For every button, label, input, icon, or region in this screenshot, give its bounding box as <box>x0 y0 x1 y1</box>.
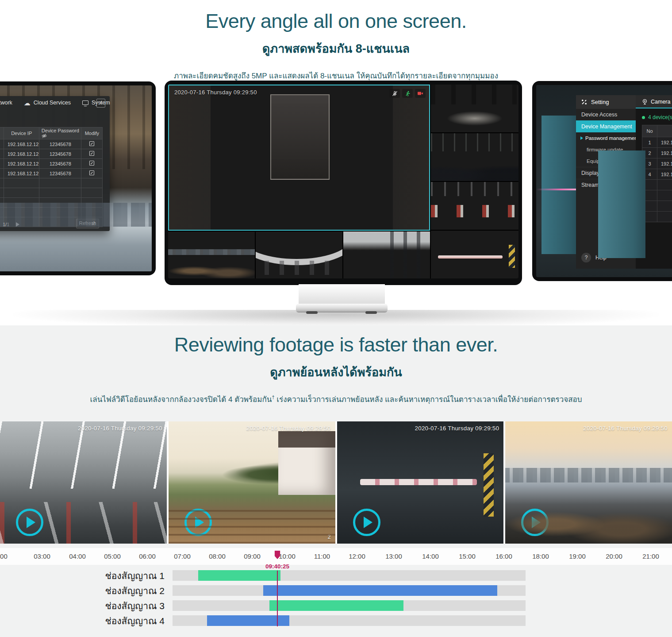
timeline-ticks[interactable]: 02:0003:0004:0005:0006:0007:0008:0009:00… <box>0 548 672 565</box>
device-password: 12345678 <box>39 139 81 149</box>
recording-icon <box>415 89 426 98</box>
timeline-tick: 14:00 <box>422 552 439 560</box>
timeline-cursor-line[interactable] <box>277 571 278 626</box>
camera-access: 192.168.1 <box>657 169 672 180</box>
monitor-stand-neck <box>299 284 385 305</box>
modify-button[interactable] <box>89 151 95 156</box>
right-monitor: Setting Device Access Device Management … <box>532 81 672 281</box>
live-cell-hall[interactable] <box>431 85 518 132</box>
left-monitor-screen: Network ☁ Cloud Services System × <box>0 85 152 271</box>
live-description: ภาพละเอียดคมชัดสูงถึง 5MP และแสดงผลได้ 8… <box>0 69 672 81</box>
live-cell-warehouse[interactable] <box>431 133 518 181</box>
live-grid: 2020-07-16 Thursday 09:29:50 <box>168 85 518 278</box>
eye-off-icon[interactable] <box>42 133 47 139</box>
timeline-tick: 07:00 <box>174 552 191 560</box>
play-button[interactable] <box>184 509 212 536</box>
timeline-tick: 18:00 <box>532 552 549 560</box>
tab-cloud-services[interactable]: ☁ Cloud Services <box>24 100 71 106</box>
left-monitor: Network ☁ Cloud Services System × <box>0 81 156 275</box>
device-found-label: 4 device(s) fou <box>648 114 672 120</box>
table-row: 192.168.12.1212345678 <box>0 159 103 169</box>
monitor-stand-foot <box>365 311 377 314</box>
modify-button[interactable] <box>89 141 95 147</box>
channel-track[interactable] <box>173 585 526 596</box>
playback-title: Reviewing footage is faster than ever. <box>0 325 672 356</box>
modify-button[interactable] <box>89 170 95 176</box>
table-row: 2192.168.1 <box>642 148 672 158</box>
table-row: 192.168.12.1212345678 <box>0 139 103 149</box>
channel-row: ช่องสัญญาณ 1 <box>0 570 672 581</box>
nav-item-display[interactable]: Display <box>576 167 636 179</box>
live-subtitle: ดูภาพสดพร้อมกัน 8-แชนเนล <box>0 39 672 58</box>
playback-thumb-yard[interactable]: 2020-07-16 Thursday 09:29:50 2 <box>169 421 335 544</box>
refresh-button[interactable]: Refresh <box>76 219 99 228</box>
live-cell-entrance[interactable] <box>431 231 518 278</box>
camera-table-header: No Access <box>642 125 672 137</box>
thumb-timestamp: 2020-07-16 Thursday 09:29:50 <box>415 425 499 432</box>
audio-muted-icon <box>389 89 400 98</box>
recording-bar[interactable] <box>269 600 403 611</box>
timeline-tick: 06:00 <box>139 552 156 560</box>
osd-timestamp: 2020-07-16 Thursday 09:29:50 <box>174 89 257 96</box>
nav-item-equipment-maintenance[interactable]: Equipment maintenance <box>576 155 636 167</box>
playback-thumb-rooftop[interactable]: 2020-07-16 Thursday 09:29:50 <box>505 421 672 544</box>
live-cell-street[interactable] <box>343 232 430 278</box>
pagination: 1/1 <box>3 222 9 227</box>
setting-tools-icon <box>581 99 587 105</box>
live-cell-rooftop[interactable] <box>168 232 255 278</box>
nav-item-device-access[interactable]: Device Access <box>576 108 636 120</box>
timeline-tick: 20:00 <box>606 552 622 560</box>
channel-track[interactable] <box>173 570 526 581</box>
channel-number-badge: 2 <box>328 534 331 540</box>
col-modify: Modify <box>81 127 103 139</box>
playback-thumbnails: 2020-07-16 Thursday 09:29:50 2020-07-16 … <box>0 421 672 544</box>
settings-header: Setting <box>576 95 636 108</box>
timeline-tick: 16:00 <box>495 552 512 560</box>
device-found-status: 4 device(s) fou <box>642 114 672 120</box>
tab-network[interactable]: Network <box>0 100 12 106</box>
recording-bar[interactable] <box>263 585 497 596</box>
play-button[interactable] <box>16 509 43 536</box>
thumb-timestamp: 2020-07-16 Thursday 09:29:50 <box>78 425 162 432</box>
nav-item-stream[interactable]: Stream <box>576 179 636 191</box>
timeline-tick: 21:00 <box>642 552 659 560</box>
nav-item-label: Password management <box>585 135 636 141</box>
submenu-arrow-icon <box>580 136 583 140</box>
playback-description: เล่นไฟล์วิดีโอย้อนหลังจากกล้องวงจรปิดได้… <box>0 393 672 405</box>
status-dot <box>642 116 645 119</box>
tab-camera[interactable]: Camera <box>636 95 672 108</box>
tab-camera-label: Camera <box>651 99 670 105</box>
monitor-row: Network ☁ Cloud Services System × <box>0 81 672 325</box>
tab-cloud-label: Cloud Services <box>34 100 71 106</box>
next-page-button[interactable] <box>16 222 19 227</box>
nav-item-firmware-update[interactable]: firmware update <box>576 144 636 155</box>
timeline-tick: 08:00 <box>209 552 226 560</box>
timeline-tick: 12:00 <box>349 552 365 560</box>
device-table: Device IP Device Password Modify 192.168… <box>0 127 103 227</box>
cloud-icon: ☁ <box>24 100 31 106</box>
channel-track[interactable] <box>173 600 526 611</box>
table-row-empty <box>0 178 103 188</box>
help-button[interactable]: ? Help <box>581 253 607 263</box>
play-button[interactable] <box>353 509 380 536</box>
dialog-close-button[interactable]: × <box>96 99 105 108</box>
channel-track[interactable] <box>173 615 526 626</box>
dialog-tab-bar: Network ☁ Cloud Services System <box>0 96 110 109</box>
live-cell-main[interactable]: 2020-07-16 Thursday 09:29:50 <box>168 85 430 231</box>
webcam-icon <box>642 99 648 105</box>
live-cell-gallery[interactable] <box>256 232 342 278</box>
nav-item-device-management[interactable]: Device Management <box>576 120 636 132</box>
playback-thumb-garage[interactable]: 2020-07-16 Thursday 09:29:50 <box>0 421 167 544</box>
motion-detection-icon <box>402 89 413 98</box>
timeline-tick: 13:00 <box>385 552 402 560</box>
play-button[interactable] <box>521 509 549 536</box>
col-no: No <box>642 125 657 137</box>
device-table-header: Device IP Device Password Modify <box>0 127 103 139</box>
live-cell-parking[interactable] <box>431 182 518 230</box>
nav-item-password-management[interactable]: Password management <box>576 132 636 144</box>
playback-thumb-entrance[interactable]: 2020-07-16 Thursday 09:29:50 <box>337 421 504 544</box>
center-monitor-screen: 2020-07-16 Thursday 09:29:50 <box>168 85 518 278</box>
modify-button[interactable] <box>89 160 95 166</box>
recording-bar[interactable] <box>198 570 280 581</box>
settings-nav: Setting Device Access Device Management … <box>576 95 636 269</box>
